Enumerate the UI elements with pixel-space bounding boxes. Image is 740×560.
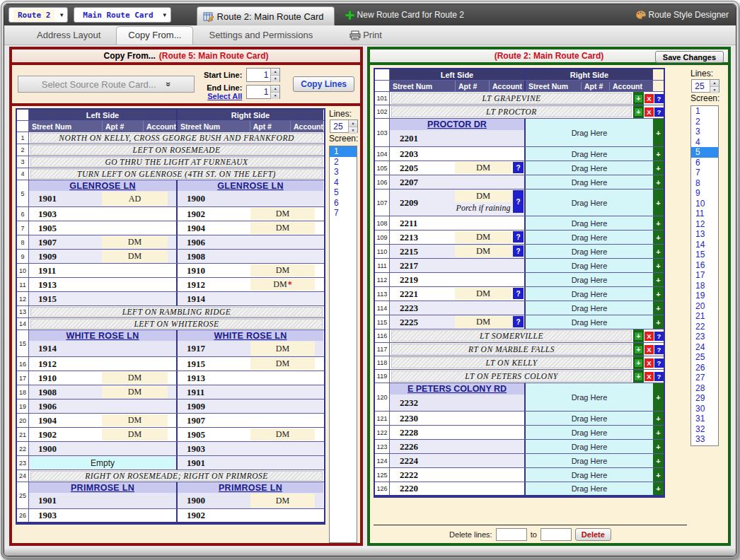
screen-item-27[interactable]: 27 bbox=[691, 373, 718, 383]
question-button[interactable]: ? bbox=[513, 162, 524, 173]
street-name-header[interactable]: PROCTOR DR bbox=[390, 119, 524, 130]
question-button[interactable]: ? bbox=[513, 316, 524, 327]
drag-here-cell[interactable]: Drag Here bbox=[524, 383, 653, 411]
question-button[interactable]: ? bbox=[654, 358, 664, 368]
street-num-cell[interactable]: 1904 bbox=[29, 414, 102, 427]
copy-table-row-17[interactable]: 171910DM1913 bbox=[17, 371, 324, 385]
screen-item-26[interactable]: 26 bbox=[691, 363, 718, 373]
street-num-cell[interactable]: 2221 bbox=[390, 287, 455, 301]
spin-down-icon[interactable]: ▼ bbox=[271, 92, 279, 99]
apt-code-cell[interactable]: DM bbox=[102, 414, 168, 426]
copy-table-row-3[interactable]: 3GO THRU THE LIGHT AT FURNEAUX bbox=[17, 156, 324, 168]
street-num-cell[interactable]: 2207 bbox=[390, 175, 455, 189]
street-num-cell[interactable]: 1901 bbox=[29, 191, 102, 206]
street-num-cell[interactable]: 1913 bbox=[29, 278, 102, 291]
apt-code-cell[interactable]: DM bbox=[102, 236, 168, 248]
street-num-cell[interactable]: 1906 bbox=[178, 235, 250, 249]
drag-here-cell[interactable]: Drag Here bbox=[524, 426, 653, 439]
copy-table-row-20[interactable]: 201904DM1907 bbox=[17, 414, 324, 428]
copy-table-row-14[interactable]: 14LEFT ON WHITEROSE bbox=[17, 318, 324, 330]
screen-item-22[interactable]: 22 bbox=[691, 322, 718, 332]
question-button[interactable]: ? bbox=[654, 94, 664, 103]
drag-here-cell[interactable]: Drag Here bbox=[524, 454, 653, 467]
tab-settings-permissions[interactable]: Settings and Permissions bbox=[197, 27, 324, 45]
copy-table-row-22[interactable]: 2219001903 bbox=[17, 442, 324, 456]
route-table-row-115[interactable]: 1152225DM? Drag Here + bbox=[375, 315, 664, 329]
drag-here-cell[interactable]: Drag Here bbox=[524, 273, 653, 286]
street-num-cell[interactable]: 1911 bbox=[29, 264, 102, 277]
street-num-cell[interactable]: 2217 bbox=[390, 259, 455, 272]
copy-table-row-10[interactable]: 1019111910DM bbox=[17, 264, 324, 278]
screen-item-17[interactable]: 17 bbox=[691, 270, 718, 281]
screen-item-3[interactable]: 3 bbox=[330, 167, 357, 177]
start-line-stepper[interactable]: 1 ▲▼ bbox=[246, 68, 280, 82]
street-num-cell[interactable]: 1915 bbox=[178, 357, 250, 371]
street-num-cell[interactable]: 2213 bbox=[390, 231, 455, 244]
question-button[interactable]: ? bbox=[654, 107, 664, 117]
street-num-cell[interactable]: 2222 bbox=[390, 468, 455, 482]
street-num-cell[interactable]: 1905 bbox=[178, 428, 250, 441]
apt-code-cell[interactable]: DM bbox=[455, 316, 511, 328]
add-line-button[interactable]: + bbox=[653, 440, 664, 453]
apt-code-cell[interactable]: DM bbox=[250, 222, 315, 234]
street-num-cell[interactable]: 2219 bbox=[390, 273, 455, 286]
delete-line-button[interactable]: X bbox=[644, 107, 654, 117]
screen-item-32[interactable]: 32 bbox=[691, 424, 718, 435]
screen-item-5[interactable]: 5 bbox=[330, 187, 357, 198]
street-num-cell[interactable]: 2209 bbox=[390, 189, 455, 216]
apt-code-cell[interactable]: DM bbox=[250, 358, 315, 370]
route-table-row-110[interactable]: 1102215DM? Drag Here + bbox=[375, 245, 664, 259]
street-name-header[interactable]: PRIMROSE LN bbox=[178, 482, 323, 493]
screen-item-28[interactable]: 28 bbox=[691, 383, 718, 394]
drag-here-cell[interactable]: Drag Here bbox=[524, 440, 653, 453]
street-num-cell[interactable]: 2232 bbox=[390, 395, 455, 411]
apt-code-cell[interactable]: DM bbox=[455, 245, 511, 257]
apt-code-cell[interactable]: AD bbox=[102, 192, 168, 206]
screen-item-2[interactable]: 2 bbox=[691, 117, 718, 127]
add-line-button[interactable]: + bbox=[653, 259, 664, 272]
add-line-button[interactable]: + bbox=[653, 175, 664, 189]
add-line-button[interactable]: + bbox=[653, 273, 664, 286]
screen-item-14[interactable]: 14 bbox=[691, 240, 718, 250]
end-line-spin-buttons[interactable]: ▲▼ bbox=[270, 86, 279, 98]
street-num-cell[interactable]: 1914 bbox=[178, 292, 250, 305]
street-name-header[interactable]: WHITE ROSE LN bbox=[178, 330, 323, 341]
question-button[interactable]: ? bbox=[654, 345, 664, 354]
street-num-cell[interactable]: 1903 bbox=[29, 509, 102, 522]
route-table-row-111[interactable]: 1112217 Drag Here + bbox=[375, 259, 664, 273]
drag-here-cell[interactable]: Drag Here bbox=[524, 301, 653, 315]
route-table-row-114[interactable]: 1142223 Drag Here + bbox=[375, 301, 664, 315]
screen-item-13[interactable]: 13 bbox=[691, 229, 718, 240]
add-line-button[interactable]: + bbox=[653, 147, 664, 161]
copy-table-row-26[interactable]: 2619031902 bbox=[17, 509, 324, 523]
spin-up-icon[interactable]: ▲ bbox=[271, 69, 279, 75]
apt-code-cell[interactable]: DM* bbox=[250, 279, 315, 291]
street-num-cell[interactable]: 2224 bbox=[390, 454, 455, 467]
delete-line-button[interactable]: X bbox=[644, 94, 654, 103]
copy-table-row-25[interactable]: 25 PRIMROSE LN 1901 PRIMROSE LN 1900DM bbox=[17, 482, 324, 509]
spin-up-icon[interactable]: ▲ bbox=[271, 86, 279, 92]
delete-line-button[interactable]: X bbox=[644, 358, 654, 368]
apt-code-cell[interactable]: DM bbox=[250, 264, 315, 276]
route-table-row-109[interactable]: 1092213DM? Drag Here + bbox=[375, 231, 664, 245]
drag-here-cell[interactable]: Drag Here bbox=[524, 147, 653, 161]
add-line-button[interactable]: + bbox=[653, 119, 664, 146]
street-num-cell[interactable]: 1906 bbox=[29, 399, 102, 413]
screen-item-4[interactable]: 4 bbox=[691, 137, 718, 148]
drag-here-cell[interactable]: Drag Here bbox=[524, 412, 653, 425]
copy-table-row-7[interactable]: 719051904DM bbox=[17, 221, 324, 235]
screen-item-6[interactable]: 6 bbox=[330, 198, 357, 209]
delete-line-button[interactable]: X bbox=[644, 345, 654, 354]
street-num-cell[interactable]: 2211 bbox=[390, 216, 455, 230]
screen-item-20[interactable]: 20 bbox=[691, 301, 718, 312]
card-select[interactable]: Main Route Card ▼ bbox=[74, 7, 170, 23]
route-table-row-124[interactable]: 1242224 Drag Here + bbox=[375, 454, 664, 468]
copy-table-row-4[interactable]: 4TURN LEFT ON GLENROSE (4TH ST. ON THE L… bbox=[17, 168, 324, 180]
street-num-cell[interactable]: 2225 bbox=[390, 315, 455, 329]
drag-here-cell[interactable]: Drag Here bbox=[524, 231, 653, 244]
copy-lines-button[interactable]: Copy Lines bbox=[293, 76, 354, 92]
question-button[interactable]: ? bbox=[513, 231, 524, 243]
street-num-cell[interactable]: 1914 bbox=[29, 341, 102, 356]
lines-stepper[interactable]: 25 ▲▼ bbox=[691, 79, 719, 93]
copy-table-row-18[interactable]: 181908DM1911 bbox=[17, 385, 324, 399]
